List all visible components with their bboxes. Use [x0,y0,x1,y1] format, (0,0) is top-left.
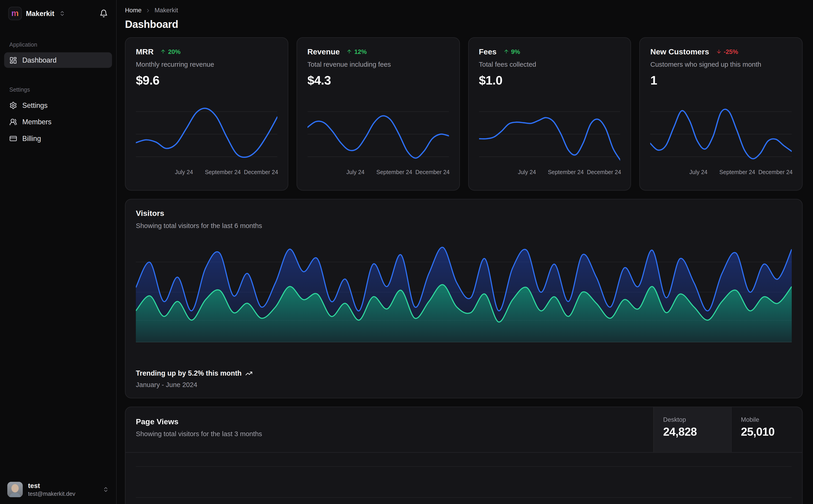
arrow-up-icon [160,49,166,54]
sidebar-item-dashboard[interactable]: Dashboard [4,52,112,68]
chevrons-up-down-icon [59,10,65,16]
toggle-value: 25,010 [741,425,793,439]
visitors-date-range: January - June 2024 [136,381,253,388]
page-title: Dashboard [125,18,802,31]
sidebar-item-label: Members [22,118,51,126]
main-content: Home Makerkit Dashboard MRR 20% Monthly … [117,0,813,504]
sidebar-item-members[interactable]: Members [4,114,112,130]
card-title: Fees [479,47,497,56]
toggle-desktop[interactable]: Desktop 24,828 [654,407,731,452]
sparkline-x-labels: July 24September 24December 24 [136,169,277,177]
visitors-panel: Visitors Showing total visitors for the … [125,199,802,398]
credit-card-icon [9,134,17,142]
avatar [7,482,23,497]
sparkline-chart [307,101,449,167]
sparkline-chart [479,101,620,167]
card-title: MRR [136,47,153,56]
page-views-header: Page Views Showing total visitors for th… [125,407,802,453]
user-name: test [28,482,75,490]
toggle-mobile[interactable]: Mobile 25,010 [731,407,802,452]
toggle-label: Mobile [741,416,793,423]
sparkline-chart [651,101,792,167]
users-icon [9,118,17,126]
card-value: $9.6 [136,73,277,88]
sidebar-item-label: Billing [22,134,41,142]
stat-card-fees: Fees 9% Total fees collected $1.0 July 2… [468,37,631,191]
card-value: $4.3 [307,73,449,88]
page-views-toggle-group: Desktop 24,828 Mobile 25,010 [654,407,802,452]
trend-badge: 9% [503,48,520,55]
breadcrumb: Home Makerkit [125,6,802,14]
sidebar: m Makerkit Application Dashboard Setting… [0,0,117,504]
stat-card-mrr: MRR 20% Monthly recurring revenue $9.6 J… [125,37,288,191]
sidebar-item-label: Settings [22,101,48,109]
sidebar-nav: Application Dashboard Settings Settings … [0,27,116,147]
app-window: m Makerkit Application Dashboard Setting… [0,0,813,504]
sidebar-item-billing[interactable]: Billing [4,130,112,146]
card-value: 1 [651,73,792,88]
arrow-up-icon [503,49,509,54]
card-subtitle: Customers who signed up this month [651,61,792,68]
visitors-title: Visitors [136,209,792,218]
card-title: Revenue [307,47,340,56]
visitors-footer: Trending up by 5.2% this month January -… [136,369,253,389]
page-views-title: Page Views [136,417,262,426]
trend-badge: 20% [160,48,180,55]
makerkit-logo: m [8,7,22,20]
trending-up-icon [245,370,253,377]
gear-icon [9,101,17,109]
workspace-selector[interactable]: m Makerkit [0,0,116,27]
sparkline-x-labels: July 24September 24December 24 [307,169,449,177]
chevrons-up-down-icon [103,486,109,493]
trend-badge: 12% [347,48,367,55]
user-menu[interactable]: test test@makerkit.dev [0,476,116,504]
dashboard-icon [9,56,17,64]
nav-section-label: Application [4,41,112,48]
stat-card-new-customers: New Customers -25% Customers who signed … [640,37,803,191]
breadcrumb-current: Makerkit [154,7,178,14]
sidebar-item-settings[interactable]: Settings [4,97,112,113]
arrow-down-icon [716,49,722,54]
stat-card-revenue: Revenue 12% Total revenue including fees… [296,37,460,191]
sparkline-chart [136,101,277,167]
visitors-subtitle: Showing total visitors for the last 6 mo… [136,222,792,229]
page-views-subtitle: Showing total visitors for the last 3 mo… [136,430,262,438]
sparkline-x-labels: July 24September 24December 24 [651,169,792,177]
trend-badge: -25% [716,48,738,55]
sidebar-item-label: Dashboard [22,56,56,64]
card-subtitle: Total revenue including fees [307,61,449,68]
nav-section-label: Settings [4,87,112,93]
toggle-label: Desktop [663,416,722,423]
bell-icon[interactable] [99,9,108,18]
page-views-bar-chart [136,453,792,504]
visitors-area-chart [136,242,792,342]
card-value: $1.0 [479,73,620,88]
sparkline-x-labels: July 24September 24December 24 [479,169,620,177]
card-subtitle: Monthly recurring revenue [136,61,277,68]
page-views-panel: Page Views Showing total visitors for th… [125,407,802,504]
visitors-trend-text: Trending up by 5.2% this month [136,369,242,377]
workspace-name: Makerkit [26,10,54,17]
arrow-up-icon [347,49,352,54]
chevron-right-icon [145,8,151,13]
stat-cards-row: MRR 20% Monthly recurring revenue $9.6 J… [125,37,802,191]
toggle-value: 24,828 [663,425,722,439]
card-title: New Customers [651,47,709,56]
card-subtitle: Total fees collected [479,61,620,68]
user-email: test@makerkit.dev [28,491,75,497]
breadcrumb-home-link[interactable]: Home [125,7,141,14]
